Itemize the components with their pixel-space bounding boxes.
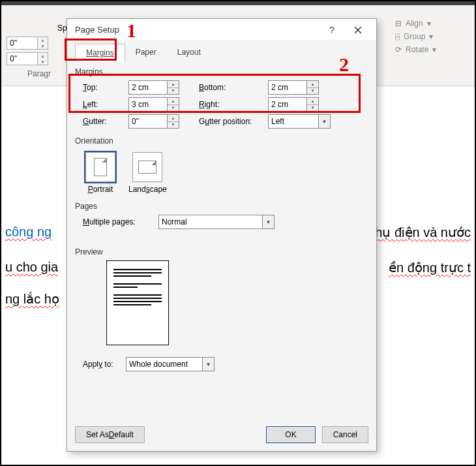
right-margin-input[interactable] <box>268 97 307 112</box>
close-icon <box>354 26 362 34</box>
gutter-label: Gutter: <box>83 117 125 126</box>
preview-image <box>106 260 169 345</box>
close-button[interactable] <box>345 20 371 40</box>
gutter-position-dropdown[interactable]: Left ▼ <box>268 114 331 129</box>
orientation-section-label: Orientation <box>75 136 368 146</box>
pages-row: Multiple pages: Normal ▼ <box>83 215 368 229</box>
apply-to-row: Apply to: Whole document ▼ <box>83 357 368 371</box>
gutter-spinner[interactable]: ▲▼ <box>168 114 179 129</box>
align-icon: ⊟ <box>395 19 402 28</box>
top-margin-field[interactable]: ▲▼ <box>128 80 179 95</box>
margins-row-1: Top: ▲▼ Bottom: ▲▼ <box>83 80 368 95</box>
spacing-before-input[interactable] <box>7 37 38 50</box>
spacing-after-spinner[interactable]: ▲▼ <box>38 52 48 65</box>
dialog-button-row: Set As Default OK Cancel <box>75 426 368 443</box>
tab-layout[interactable]: Layout <box>167 44 211 62</box>
dialog-body: Margins Paper Layout Margins Top: ▲▼ Bot… <box>67 41 376 451</box>
doc-text-1a: công ng <box>5 225 52 240</box>
align-label: Align <box>406 19 423 28</box>
doc-text-2a: u cho gia <box>5 260 58 275</box>
portrait-icon <box>85 152 115 182</box>
left-margin-spinner[interactable]: ▲▼ <box>168 97 179 112</box>
paragraph-spacing-group: ▲▼ ▲▼ Paragr <box>1 21 60 80</box>
top-margin-input[interactable] <box>128 80 168 95</box>
gutter-field[interactable]: ▲▼ <box>128 114 179 129</box>
arrange-group: ⊟ Align ▾ ⌸ Group ▾ ⟳ Rotate ▾ <box>391 17 469 56</box>
gutter-input[interactable] <box>128 114 168 129</box>
bottom-margin-field[interactable]: ▲▼ <box>268 80 319 95</box>
doc-text-1b: hụ điện và nước <box>375 225 471 240</box>
portrait-label: Portrait <box>88 185 113 194</box>
right-margin-spinner[interactable]: ▲▼ <box>307 97 319 112</box>
paragraph-group-label: Paragr <box>27 69 51 78</box>
group-label: Group <box>404 32 425 41</box>
margins-row-2: Left: ▲▼ Right: ▲▼ <box>83 97 368 112</box>
set-as-default-button[interactable]: Set As Default <box>75 426 145 443</box>
chevron-down-icon[interactable]: ▼ <box>203 357 215 371</box>
left-label: Left: <box>83 100 125 109</box>
cancel-button[interactable]: Cancel <box>322 426 368 443</box>
right-label: Right: <box>199 100 264 109</box>
gutter-row: Gutter: ▲▼ Gutter position: Left ▼ <box>83 114 368 129</box>
group-icon: ⌸ <box>395 32 400 41</box>
spacing-after-input[interactable] <box>7 52 38 65</box>
orientation-group: Portrait Landscape <box>83 149 368 196</box>
landscape-icon <box>132 152 162 182</box>
chevron-down-icon[interactable]: ▼ <box>319 114 331 129</box>
help-button[interactable]: ? <box>319 20 345 40</box>
orientation-landscape[interactable]: Landscape <box>126 149 170 196</box>
pages-section-label: Pages <box>75 202 368 211</box>
left-margin-field[interactable]: ▲▼ <box>128 97 179 112</box>
bottom-margin-input[interactable] <box>268 80 307 95</box>
tab-strip: Margins Paper Layout <box>75 44 368 62</box>
preview-section-label: Preview <box>75 247 368 256</box>
doc-text-3: ng lắc họ <box>5 291 59 307</box>
bottom-label: Bottom: <box>199 83 264 92</box>
rotate-icon: ⟳ <box>395 45 402 54</box>
right-margin-field[interactable]: ▲▼ <box>268 97 319 112</box>
dialog-title: Page Setup <box>75 25 319 35</box>
ok-button[interactable]: OK <box>266 426 315 443</box>
multiple-pages-dropdown[interactable]: Normal ▼ <box>158 215 276 229</box>
spacing-before-field[interactable]: ▲▼ <box>7 37 55 50</box>
apply-to-value: Whole document <box>126 357 203 371</box>
apply-to-label: Apply to: <box>83 360 122 369</box>
landscape-label: Landscape <box>128 185 167 194</box>
multiple-pages-label: Multiple pages: <box>83 217 155 226</box>
group-button[interactable]: ⌸ Group ▾ <box>391 30 469 43</box>
top-margin-spinner[interactable]: ▲▼ <box>168 80 179 95</box>
apply-to-dropdown[interactable]: Whole document ▼ <box>126 357 215 371</box>
dialog-titlebar: Page Setup ? <box>67 19 376 41</box>
orientation-portrait[interactable]: Portrait <box>83 149 118 196</box>
ribbon-top-border <box>1 1 475 5</box>
chevron-down-icon: ▾ <box>429 32 433 41</box>
bottom-margin-spinner[interactable]: ▲▼ <box>307 80 319 95</box>
left-margin-input[interactable] <box>128 97 168 112</box>
spacing-before-spinner[interactable]: ▲▼ <box>38 37 48 50</box>
spacing-after-field[interactable]: ▲▼ <box>7 52 55 65</box>
tab-margins[interactable]: Margins <box>75 44 125 62</box>
rotate-button[interactable]: ⟳ Rotate ▾ <box>391 43 469 56</box>
top-label: Top: <box>83 83 125 92</box>
chevron-down-icon: ▾ <box>432 45 436 54</box>
chevron-down-icon: ▾ <box>427 19 431 28</box>
chevron-down-icon[interactable]: ▼ <box>263 215 275 229</box>
doc-text-2b: ền động trực t <box>389 260 471 275</box>
multiple-pages-value: Normal <box>158 215 263 229</box>
gutter-position-label: Gutter position: <box>199 117 264 126</box>
page-setup-dialog: Page Setup ? Margins Paper Layout Margin… <box>67 18 377 452</box>
align-button[interactable]: ⊟ Align ▾ <box>391 17 469 30</box>
rotate-label: Rotate <box>406 45 428 54</box>
gutter-position-value: Left <box>268 114 319 129</box>
tab-paper[interactable]: Paper <box>125 44 167 62</box>
margins-section-label: Margins <box>75 67 368 76</box>
